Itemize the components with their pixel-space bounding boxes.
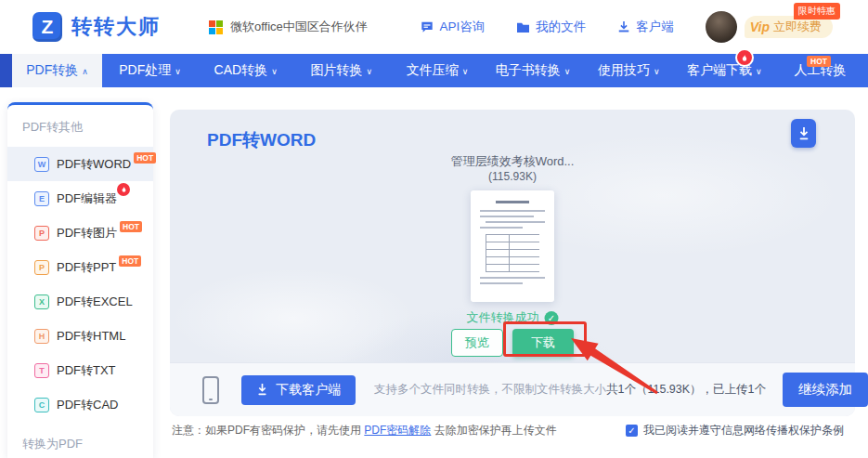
sidebar-section-pdf-to-other: PDF转其他	[7, 105, 153, 147]
nav-tab-label: PDF处理	[119, 62, 171, 79]
note-suffix: 去除加密保护再上传文件	[431, 424, 556, 437]
user-avatar[interactable]	[706, 11, 737, 43]
sidebar-item-pdf-to-html[interactable]: H PDF转HTML	[7, 319, 153, 353]
chevron-down-icon: ∨	[564, 67, 571, 76]
vip-renew[interactable]: 限时特惠 Vip 立即续费	[745, 16, 833, 38]
txt-file-icon: T	[34, 363, 49, 378]
ppt-file-icon: P	[34, 260, 49, 275]
chevron-up-icon: ∧	[82, 67, 88, 76]
chevron-down-icon: ∨	[756, 67, 762, 76]
fire-badge-icon	[735, 48, 754, 67]
sidebar-item-pdf-to-word[interactable]: W PDF转WORD HOT	[7, 147, 153, 181]
preview-button[interactable]: 预览	[451, 329, 503, 357]
sidebar-item-pdf-to-excel[interactable]: X PDF转EXCEL	[7, 284, 153, 319]
hot-badge: HOT	[807, 56, 831, 67]
nav-tab-cad-convert[interactable]: CAD转换∨	[198, 54, 293, 87]
my-files-label: 我的文件	[536, 19, 586, 35]
nav-tab-label: CAD转换	[214, 62, 268, 79]
hot-badge: HOT	[119, 255, 141, 267]
api-consult-link[interactable]: API咨询	[421, 19, 485, 35]
chevron-down-icon: ∨	[462, 67, 469, 76]
sidebar-item-pdf-to-txt[interactable]: T PDF转TXT	[7, 353, 153, 387]
chevron-down-icon: ∨	[271, 67, 278, 76]
sidebar-item-pdf-to-cad[interactable]: C PDF转CAD	[7, 387, 153, 422]
fire-badge-icon	[115, 181, 132, 198]
status-row: 文件转换成功 ✓	[467, 309, 559, 326]
upload-summary: 共1个（115.93K），已上传1个	[606, 382, 766, 398]
chevron-down-icon: ∨	[175, 67, 181, 76]
word-file-icon: W	[34, 157, 49, 172]
footer: 注意：如果PDF有密码保护，请先使用 PDF密码解除 去除加密保护再上传文件 ✓…	[172, 423, 844, 438]
success-check-icon: ✓	[545, 311, 559, 325]
note-prefix: 注意：如果PDF有密码保护，请先使用	[172, 424, 364, 437]
api-consult-label: API咨询	[439, 19, 485, 35]
top-header: Z 转转大师 微软office中国区合作伙伴 API咨询 我的文件 客户端 限时…	[0, 0, 868, 54]
nav-tab-label: 电子书转换	[496, 62, 561, 79]
limited-offer-badge: 限时特惠	[794, 3, 840, 20]
nav-tab-ebook-convert[interactable]: 电子书转换∨	[486, 54, 581, 87]
agreement-checkbox[interactable]: ✓	[626, 425, 638, 437]
my-files-link[interactable]: 我的文件	[516, 19, 586, 35]
sidebar-item-label: PDF转图片	[57, 225, 117, 242]
continue-add-button[interactable]: 继续添加	[783, 373, 868, 407]
document-thumbnail	[471, 190, 554, 302]
sidebar: PDF转其他 W PDF转WORD HOT E PDF编辑器 P PDF转图片 …	[7, 102, 153, 458]
action-row: 预览 下载	[451, 329, 574, 357]
nav-tab-label: 图片转换	[311, 62, 363, 79]
brand-logo-icon[interactable]: Z	[32, 12, 62, 42]
folder-icon	[516, 21, 530, 33]
client-label: 客户端	[636, 19, 674, 35]
brand-name[interactable]: 转转大师	[71, 13, 161, 41]
file-size: (115.93K)	[488, 170, 537, 183]
nav-tab-pdf-process[interactable]: PDF处理∨	[102, 54, 198, 87]
thumbnail-table	[486, 234, 539, 272]
nav-tab-tips[interactable]: 使用技巧∨	[581, 54, 677, 87]
microsoft-logo-icon	[209, 20, 223, 34]
cad-file-icon: C	[34, 398, 49, 412]
nav-tab-label: 文件压缩	[407, 62, 459, 79]
partner-badge: 微软office中国区合作伙伴	[209, 19, 368, 35]
chevron-down-icon: ∨	[654, 67, 660, 76]
sidebar-item-label: PDF转CAD	[57, 397, 118, 413]
phone-icon	[202, 376, 219, 404]
vip-icon: Vip	[750, 20, 770, 34]
partner-text: 微软office中国区合作伙伴	[230, 19, 368, 35]
nav-tab-manual-convert[interactable]: 人工转换 HOT	[772, 54, 868, 87]
main-nav: PDF转换∧ PDF处理∨ CAD转换∨ 图片转换∨ 文件压缩∨ 电子书转换∨ …	[0, 54, 868, 87]
file-name: 管理层绩效考核Word...	[451, 153, 575, 170]
nav-tab-client-download[interactable]: 客户端下载∨	[677, 54, 772, 87]
sidebar-item-label: PDF编辑器	[57, 191, 117, 205]
sidebar-section-to-pdf[interactable]: 转换为PDF	[7, 422, 153, 458]
client-link[interactable]: 客户端	[617, 19, 674, 35]
page-title: PDF转WORD	[207, 128, 316, 152]
nav-tab-image-convert[interactable]: 图片转换∨	[293, 54, 389, 87]
sidebar-item-label: PDF转HTML	[57, 328, 125, 345]
pdf-password-remove-link[interactable]: PDF密码解除	[364, 424, 431, 437]
download-client-button[interactable]: 下载客户端	[241, 375, 356, 405]
hot-badge: HOT	[134, 152, 156, 164]
nav-tab-label: 使用技巧	[598, 62, 650, 79]
client-hint: 支持多个文件同时转换，不限制文件转换大小	[374, 382, 606, 398]
html-file-icon: H	[34, 329, 49, 344]
sidebar-item-pdf-to-ppt[interactable]: P PDF转PPT HOT	[7, 250, 153, 284]
logo-glyph: Z	[42, 16, 54, 38]
status-text: 文件转换成功	[467, 309, 539, 326]
nav-tab-label: PDF转换	[26, 62, 78, 79]
nav-tab-pdf-convert[interactable]: PDF转换∧	[12, 54, 102, 87]
hot-badge: HOT	[120, 221, 142, 232]
panel-bottom-bar: 下载客户端 支持多个文件同时转换，不限制文件转换大小 共1个（115.93K），…	[170, 362, 855, 416]
password-note: 注意：如果PDF有密码保护，请先使用 PDF密码解除 去除加密保护再上传文件	[172, 423, 557, 438]
sidebar-item-label: PDF转TXT	[57, 362, 116, 379]
renew-label: 立即续费	[773, 19, 822, 35]
sidebar-item-pdf-editor[interactable]: E PDF编辑器	[7, 181, 153, 216]
download-all-button[interactable]	[791, 119, 816, 148]
nav-tab-file-compress[interactable]: 文件压缩∨	[389, 54, 485, 87]
download-client-label: 下载客户端	[276, 382, 341, 399]
conversion-panel: PDF转WORD 管理层绩效考核Word... (115.93K) 文件转换成功…	[170, 110, 855, 416]
download-icon	[797, 126, 810, 141]
download-icon	[256, 383, 268, 397]
sidebar-item-label: PDF转WORD	[57, 156, 131, 173]
download-button[interactable]: 下载	[512, 329, 574, 357]
sidebar-item-pdf-to-image[interactable]: P PDF转图片 HOT	[7, 216, 153, 250]
agreement-row: ✓ 我已阅读并遵守信息网络传播权保护条例	[626, 423, 844, 438]
